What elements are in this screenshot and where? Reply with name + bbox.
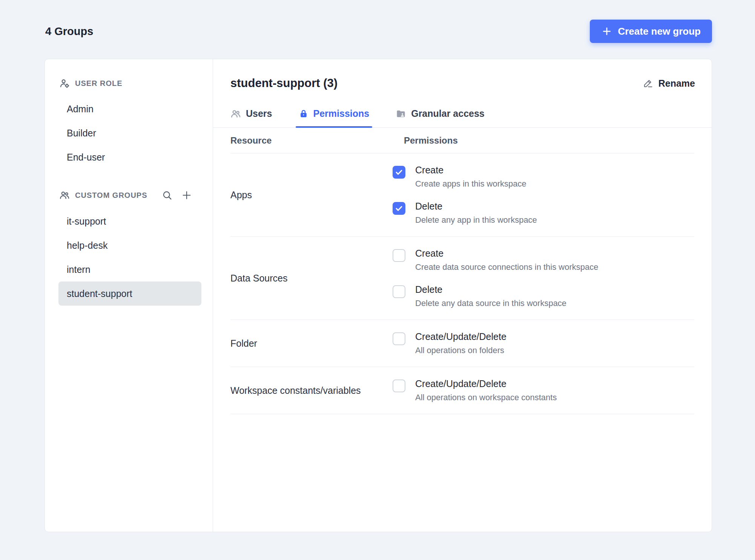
checkbox-datasources-create[interactable] (393, 249, 405, 262)
custom-groups-header-label: CUSTOM GROUPS (75, 191, 147, 200)
permission-label: Create/Update/Delete (415, 331, 506, 342)
search-groups-button[interactable] (161, 190, 173, 201)
resource-label: Workspace constants/variables (230, 385, 393, 396)
sidebar-item-it-support[interactable]: it-support (58, 209, 201, 233)
add-group-button[interactable] (181, 190, 192, 201)
permissions-table: Resource Permissions Apps Create Create … (213, 128, 712, 414)
folder-icon (396, 109, 406, 119)
permission-label: Create/Update/Delete (415, 378, 557, 389)
table-row-data-sources: Data Sources Create Create data source c… (230, 237, 694, 320)
resource-label: Data Sources (230, 273, 393, 284)
rename-label: Rename (658, 78, 695, 89)
user-role-header: USER ROLE (58, 78, 201, 89)
table-row-folder: Folder Create/Update/Delete All operatio… (230, 320, 694, 367)
permission-description: All operations on folders (415, 346, 506, 355)
permission-apps-create: Create Create apps in this workspace (393, 159, 694, 195)
group-detail-header: student-support (3) Rename (213, 59, 712, 90)
sidebar-item-builder[interactable]: Builder (58, 121, 201, 145)
custom-groups-list: it-support help-desk intern student-supp… (58, 209, 201, 306)
tab-permissions[interactable]: Permissions (299, 108, 370, 127)
sidebar-item-end-user[interactable]: End-user (58, 145, 201, 169)
plus-icon (601, 26, 612, 37)
permission-description: Delete any app in this workspace (415, 215, 537, 225)
checkmark-icon (395, 168, 403, 176)
permission-label: Create (415, 248, 598, 259)
tab-users-label: Users (246, 108, 272, 119)
groups-card: USER ROLE Admin Builder End-user CUSTOM … (45, 59, 712, 532)
sidebar-item-intern[interactable]: intern (58, 257, 201, 282)
tab-granular-access-label: Granular access (411, 108, 485, 119)
checkmark-icon (395, 204, 403, 213)
permissions-column-header: Permissions (393, 135, 694, 146)
create-new-group-label: Create new group (618, 26, 701, 37)
users-icon (230, 109, 241, 119)
custom-groups-icon (59, 190, 70, 200)
table-header-row: Resource Permissions (230, 128, 694, 153)
sidebar: USER ROLE Admin Builder End-user CUSTOM … (45, 59, 213, 532)
topbar: 4 Groups Create new group (0, 0, 755, 43)
resource-column-header: Resource (230, 135, 393, 146)
resource-label: Folder (230, 338, 393, 349)
checkbox-apps-delete[interactable] (393, 202, 405, 215)
permission-datasources-create: Create Create data source connections in… (393, 242, 694, 278)
permission-folder-cud: Create/Update/Delete All operations on f… (393, 325, 694, 361)
permission-description: All operations on workspace constants (415, 393, 557, 402)
permission-datasources-delete: Delete Delete any data source in this wo… (393, 278, 694, 314)
permission-label: Delete (415, 201, 537, 212)
permission-apps-delete: Delete Delete any app in this workspace (393, 195, 694, 231)
table-row-apps: Apps Create Create apps in this workspac… (230, 153, 694, 237)
user-role-icon (59, 78, 70, 89)
permission-label: Delete (415, 284, 566, 295)
checkbox-workspace-constants-cud[interactable] (393, 379, 405, 392)
permission-description: Create apps in this workspace (415, 179, 526, 189)
pencil-icon (643, 78, 653, 89)
tabs: Users Permissions Granular access (213, 108, 712, 128)
rename-button[interactable]: Rename (643, 78, 695, 89)
sidebar-item-student-support[interactable]: student-support (58, 282, 201, 306)
search-icon (161, 190, 173, 201)
sidebar-item-help-desk[interactable]: help-desk (58, 233, 201, 257)
table-row-workspace-constants: Workspace constants/variables Create/Upd… (230, 367, 694, 414)
page-title: 4 Groups (45, 25, 93, 38)
sidebar-item-admin[interactable]: Admin (58, 97, 201, 121)
permission-label: Create (415, 165, 526, 176)
checkbox-folder-cud[interactable] (393, 332, 405, 345)
create-new-group-button[interactable]: Create new group (590, 20, 712, 43)
permission-description: Create data source connections in this w… (415, 262, 598, 272)
group-title: student-support (3) (230, 77, 338, 90)
checkbox-apps-create[interactable] (393, 166, 405, 179)
user-role-list: Admin Builder End-user (58, 97, 201, 169)
plus-icon (181, 190, 192, 201)
resource-label: Apps (230, 190, 393, 200)
custom-groups-header: CUSTOM GROUPS (58, 190, 201, 201)
lock-icon (299, 109, 308, 119)
user-role-header-label: USER ROLE (75, 79, 123, 88)
permission-workspace-constants-cud: Create/Update/Delete All operations on w… (393, 372, 694, 409)
group-detail-panel: student-support (3) Rename Users (213, 59, 712, 532)
tab-granular-access[interactable]: Granular access (396, 108, 485, 127)
checkbox-datasources-delete[interactable] (393, 285, 405, 298)
tab-permissions-label: Permissions (313, 108, 370, 119)
tab-users[interactable]: Users (230, 108, 272, 127)
permission-description: Delete any data source in this workspace (415, 298, 566, 308)
